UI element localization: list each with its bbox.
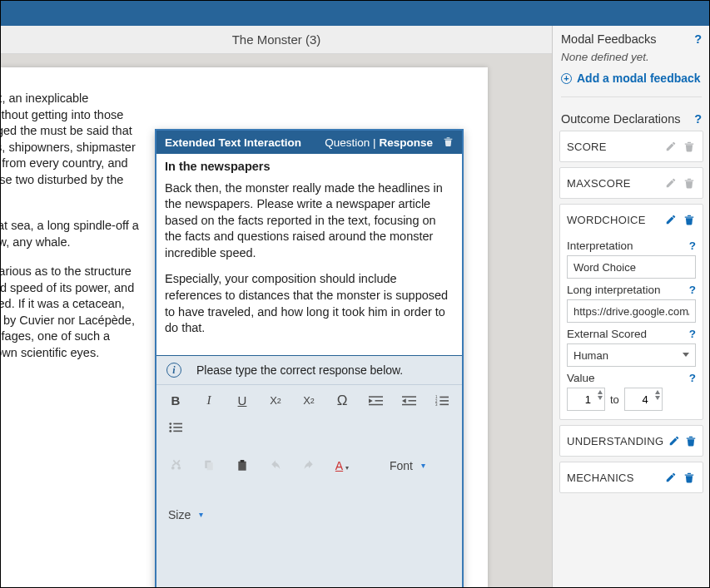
modal-feedbacks-empty: None defined yet. [553,51,710,72]
indent-button[interactable] [368,393,383,408]
font-label: Font [390,459,413,472]
paste-button[interactable] [235,458,250,473]
redo-button[interactable] [301,458,316,473]
delete-outcome-button[interactable] [683,140,696,153]
svg-rect-2 [369,403,383,405]
cut-button[interactable] [168,458,183,473]
add-modal-feedback-link[interactable]: + Add a modal feedback [553,72,710,96]
page-body-text: bizarre development, an inexplicable phe… [1,91,142,361]
delete-interaction-button[interactable] [443,136,454,150]
modal-feedbacks-heading: Modal Feedbacks ? [553,26,710,51]
svg-point-16 [169,426,171,428]
size-dropdown[interactable]: Size ▾ [168,508,203,521]
superscript-button[interactable]: X2 [301,393,316,408]
delete-outcome-button[interactable] [685,434,697,447]
delete-outcome-button[interactable] [683,471,696,484]
outcome-card-score: SCORE [559,131,703,162]
svg-rect-4 [408,400,415,402]
special-char-button[interactable]: Ω [335,393,350,408]
svg-rect-5 [402,403,416,405]
unordered-list-button[interactable] [168,420,183,435]
outcome-name: MECHANICS [567,472,659,484]
interaction-header[interactable]: Extended Text Interaction Question | Res… [156,131,462,154]
interpretation-label: Interpretation ? [567,240,696,252]
divider [561,96,702,97]
page-paragraph: on, as recorded in various as to the str… [1,264,142,361]
prompt-paragraph: Back then, the monster really made the h… [165,180,454,262]
svg-rect-12 [173,422,182,424]
svg-rect-19 [207,462,213,470]
svg-rect-6 [439,396,449,398]
page-paragraph: several ships had " at sea, a long spind… [1,218,142,250]
info-bar: i Please type the correct response below… [156,355,462,384]
long-interpretation-input[interactable] [567,299,696,323]
edit-outcome-button[interactable] [664,140,678,153]
underline-button[interactable]: U [235,393,250,408]
copy-button[interactable] [201,458,216,473]
outcome-name: SCORE [567,141,659,153]
external-scored-select[interactable]: Human [567,343,696,367]
step-up-icon[interactable] [598,390,603,394]
edit-outcome-button[interactable] [664,471,678,484]
outcome-name: WORDCHOICE [567,214,659,226]
step-up-icon[interactable] [655,390,660,394]
outdent-button[interactable] [401,393,416,408]
interpretation-input[interactable] [567,255,696,279]
value-label: Value ? [567,372,696,384]
svg-rect-13 [173,427,182,428]
editor-toolbar: B I U X2 X2 Ω 123 [156,384,462,530]
edit-outcome-button[interactable] [668,434,680,447]
delete-outcome-button[interactable] [683,176,696,190]
italic-button[interactable]: I [201,393,216,408]
response-textarea[interactable] [156,530,462,588]
prompt-paragraph: Especially, your composition should incl… [165,271,454,336]
delete-outcome-button[interactable] [683,213,696,226]
help-icon[interactable]: ? [694,32,702,46]
help-icon[interactable]: ? [689,328,696,340]
interaction-title: Extended Text Interaction [165,136,325,149]
svg-rect-3 [402,396,416,398]
plus-icon: + [561,73,572,84]
svg-rect-8 [439,403,449,405]
outcome-name: UNDERSTANDING [567,435,663,447]
step-down-icon[interactable] [655,396,660,400]
undo-button[interactable] [268,458,283,473]
style-editor-panel: Style Editor Modal Feedbacks ? None defi… [552,1,710,588]
chevron-down-icon: ▾ [421,461,425,470]
main-editor-area: The Monster (3) bizarre development, an … [1,26,552,588]
subscript-button[interactable]: X2 [268,393,283,408]
help-icon[interactable]: ? [694,112,702,126]
font-dropdown[interactable]: Font ▾ [390,459,425,472]
help-icon[interactable]: ? [689,240,696,252]
help-icon[interactable]: ? [689,284,696,296]
outcome-declarations-heading: Outcome Declarations ? [553,106,710,131]
help-icon[interactable]: ? [689,372,696,384]
add-modal-feedback-label: Add a modal feedback [577,72,701,85]
external-scored-label: External Scored ? [567,328,696,340]
edit-outcome-button[interactable] [664,213,678,226]
ordered-list-button[interactable]: 123 [434,393,449,408]
value-from-stepper[interactable] [567,388,605,411]
prompt-heading: In the newspapers [165,159,454,175]
outcome-card-mechanics: MECHANICS [559,462,703,493]
step-down-icon[interactable] [598,396,603,400]
edit-outcome-button[interactable] [664,176,678,190]
info-icon: i [166,363,181,378]
bold-button[interactable]: B [168,393,183,408]
text-color-button[interactable]: A▾ [335,458,350,473]
outcome-card-understanding: UNDERSTANDING [559,425,703,457]
interaction-prompt: In the newspapers Back then, the monster… [156,154,462,355]
value-to-label: to [610,393,619,406]
svg-rect-20 [238,461,246,470]
svg-rect-14 [173,430,182,432]
svg-rect-0 [369,396,383,398]
response-tab-label[interactable]: Response [379,136,433,149]
outcome-card-maxscore: MAXSCORE [559,167,703,199]
question-tab-label[interactable]: Question | [325,136,375,149]
outcome-card-wordchoice: WORDCHOICE Interpretation ? Long interpr… [559,204,703,420]
outcome-name: MAXSCORE [567,177,659,190]
value-to-stepper[interactable] [624,388,663,411]
svg-rect-1 [375,400,382,402]
svg-point-17 [169,430,171,432]
canvas-area: bizarre development, an inexplicable phe… [1,54,552,588]
